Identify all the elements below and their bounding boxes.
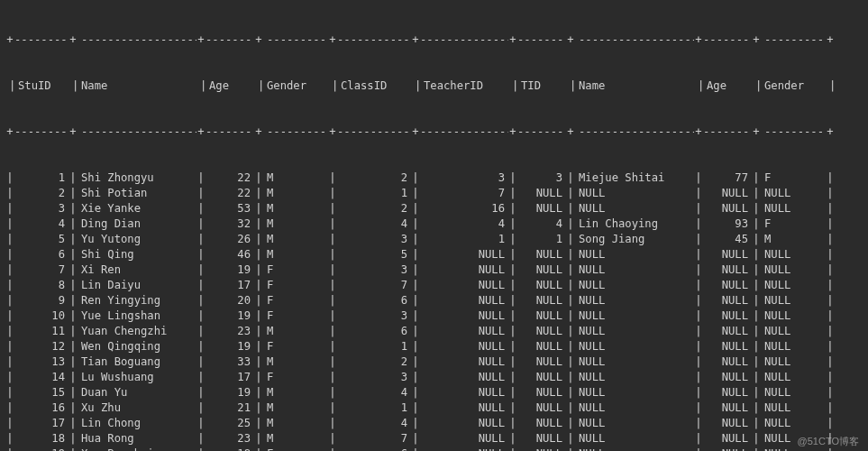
watermark: @51CTO博客 — [798, 434, 859, 449]
table-row: |9|Ren Yingying|20|F|6|NULL|NULL|NULL|NU… — [5, 293, 863, 308]
cell: NULL — [517, 262, 566, 278]
cell: NULL — [761, 201, 826, 216]
cell: 17 — [14, 416, 69, 431]
cell: NULL — [703, 308, 752, 324]
cell: NULL — [420, 354, 508, 370]
cell: Yu Yutong — [78, 232, 196, 247]
cell: NULL — [703, 446, 752, 451]
cell: NULL — [703, 370, 752, 385]
col-header: TID — [517, 78, 566, 94]
cell: NULL — [420, 416, 508, 431]
col-header: Age — [703, 78, 752, 94]
cell: 7 — [14, 262, 69, 278]
cell: NULL — [517, 247, 566, 262]
cell: 45 — [703, 232, 752, 247]
cell: NULL — [575, 186, 694, 201]
cell: M — [263, 170, 328, 186]
cell: Miejue Shitai — [575, 170, 694, 186]
cell: NULL — [575, 354, 694, 370]
cell: M — [263, 416, 328, 431]
cell: 25 — [206, 416, 254, 431]
cell: NULL — [420, 262, 508, 278]
cell: NULL — [703, 262, 752, 278]
cell: M — [263, 324, 328, 339]
separator-mid: +--------+------------------+-------+---… — [5, 124, 863, 140]
cell: 20 — [206, 293, 254, 308]
cell: 4 — [14, 216, 69, 232]
cell: 7 — [420, 186, 508, 201]
cell: 15 — [14, 385, 69, 400]
cell: 23 — [206, 431, 254, 446]
cell: Shi Qing — [78, 247, 196, 262]
cell: F — [761, 216, 826, 232]
cell: NULL — [761, 308, 826, 324]
cell: 21 — [206, 400, 254, 416]
cell: Ren Yingying — [78, 293, 196, 308]
cell: NULL — [420, 247, 508, 262]
cell: NULL — [703, 247, 752, 262]
cell: M — [263, 431, 328, 446]
cell: NULL — [703, 400, 752, 416]
cell: F — [263, 278, 328, 293]
table-row: |15|Duan Yu|19|M|4|NULL|NULL|NULL|NULL|N… — [5, 385, 863, 400]
cell: NULL — [761, 400, 826, 416]
table-row: |14|Lu Wushuang|17|F|3|NULL|NULL|NULL|NU… — [5, 370, 863, 385]
cell: NULL — [761, 186, 826, 201]
cell: NULL — [420, 400, 508, 416]
cell: NULL — [703, 354, 752, 370]
cell: 5 — [337, 247, 411, 262]
cell: 14 — [14, 370, 69, 385]
cell: 18 — [14, 431, 69, 446]
cell: Ding Dian — [78, 216, 196, 232]
cell: 19 — [206, 308, 254, 324]
cell: NULL — [575, 370, 694, 385]
cell: NULL — [575, 278, 694, 293]
cell: Lin Chaoying — [575, 216, 694, 232]
terminal-output: +--------+------------------+-------+---… — [0, 0, 868, 451]
cell: 3 — [14, 201, 69, 216]
cell: Song Jiang — [575, 232, 694, 247]
cell: F — [263, 339, 328, 354]
cell: NULL — [575, 293, 694, 308]
cell: NULL — [517, 186, 566, 201]
cell: 3 — [337, 308, 411, 324]
cell: NULL — [420, 339, 508, 354]
col-header: Name — [78, 78, 196, 94]
cell: 4 — [337, 385, 411, 400]
cell: 4 — [337, 416, 411, 431]
cell: 32 — [206, 216, 254, 232]
cell: Lin Chong — [78, 416, 196, 431]
cell: Shi Zhongyu — [78, 170, 196, 186]
cell: F — [263, 262, 328, 278]
cell: F — [263, 308, 328, 324]
cell: NULL — [761, 416, 826, 431]
cell: 16 — [14, 400, 69, 416]
cell: M — [263, 216, 328, 232]
cell: NULL — [575, 201, 694, 216]
table-row: |8|Lin Daiyu|17|F|7|NULL|NULL|NULL|NULL|… — [5, 278, 863, 293]
cell: NULL — [420, 308, 508, 324]
cell: Duan Yu — [78, 385, 196, 400]
cell: 6 — [14, 247, 69, 262]
cell: 53 — [206, 201, 254, 216]
cell: F — [263, 446, 328, 451]
cell: 19 — [206, 385, 254, 400]
cell: F — [263, 293, 328, 308]
cell: 23 — [206, 324, 254, 339]
cell: NULL — [761, 247, 826, 262]
cell: NULL — [761, 370, 826, 385]
col-header: Gender — [761, 78, 826, 94]
cell: NULL — [575, 324, 694, 339]
cell: NULL — [517, 431, 566, 446]
cell: 1 — [517, 232, 566, 247]
cell: NULL — [517, 416, 566, 431]
cell: M — [263, 400, 328, 416]
cell: M — [263, 354, 328, 370]
cell: 3 — [337, 370, 411, 385]
cell: 4 — [337, 216, 411, 232]
cell: 19 — [206, 339, 254, 354]
cell: Yue Lingshan — [78, 308, 196, 324]
cell: 4 — [517, 216, 566, 232]
cell: NULL — [575, 247, 694, 262]
cell: Tian Boguang — [78, 354, 196, 370]
